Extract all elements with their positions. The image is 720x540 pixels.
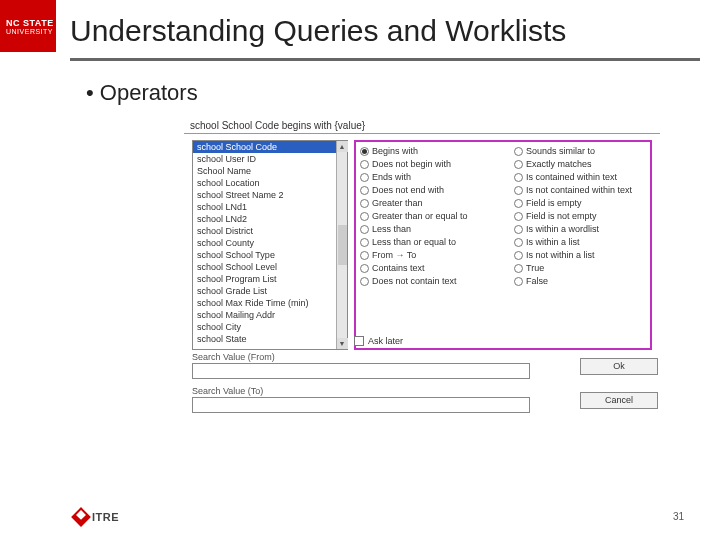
list-item[interactable]: school Mailing Addr [193,309,336,321]
list-item[interactable]: school Grade List [193,285,336,297]
radio-icon[interactable] [360,277,369,286]
search-to-label: Search Value (To) [192,386,530,396]
ok-button[interactable]: Ok [580,358,658,375]
radio-icon[interactable] [360,212,369,221]
radio-icon[interactable] [360,251,369,260]
search-from-label: Search Value (From) [192,352,530,362]
logo-line1: NC STATE [6,18,54,28]
operator-label: Does not begin with [372,159,451,169]
title-rule [70,58,700,61]
radio-icon[interactable] [514,186,523,195]
list-item[interactable]: school District [193,225,336,237]
radio-icon[interactable] [514,225,523,234]
list-item[interactable]: school Max Ride Time (min) [193,297,336,309]
field-listbox[interactable]: school School Codeschool User IDSchool N… [192,140,348,350]
radio-icon[interactable] [360,147,369,156]
list-item[interactable]: school State [193,333,336,345]
list-item[interactable]: school School Level [193,261,336,273]
radio-icon[interactable] [360,238,369,247]
operator-radio[interactable]: Greater than [360,198,510,208]
list-item[interactable]: school School Code [193,141,336,153]
operator-radio[interactable]: Contains text [360,263,510,273]
search-from-input[interactable] [192,363,530,379]
operator-label: Sounds similar to [526,146,595,156]
list-item[interactable]: school Program List [193,273,336,285]
radio-icon[interactable] [360,199,369,208]
scroll-thumb[interactable] [338,225,347,265]
scroll-up-icon[interactable]: ▲ [337,141,348,152]
list-item[interactable]: school Location [193,177,336,189]
scroll-down-icon[interactable]: ▼ [337,338,348,349]
operator-radio[interactable]: Is not within a list [514,250,646,260]
radio-icon[interactable] [514,212,523,221]
query-dialog: school School Code begins with {value} s… [184,118,660,350]
operator-radio[interactable]: Exactly matches [514,159,646,169]
radio-icon[interactable] [514,264,523,273]
cancel-button[interactable]: Cancel [580,392,658,409]
operator-label: Field is empty [526,198,582,208]
list-item[interactable]: school User ID [193,153,336,165]
operator-label: False [526,276,548,286]
diamond-icon [71,507,91,527]
radio-icon[interactable] [360,173,369,182]
ask-later-label: Ask later [368,336,403,346]
logo-line2: UNIVERSITY [6,28,53,35]
radio-icon[interactable] [514,277,523,286]
radio-icon[interactable] [360,186,369,195]
page-number: 31 [673,511,684,522]
operator-label: Is within a wordlist [526,224,599,234]
operator-radio[interactable]: Does not contain text [360,276,510,286]
operator-label: Greater than or equal to [372,211,468,221]
radio-icon[interactable] [514,199,523,208]
operator-radio[interactable]: Ends with [360,172,510,182]
radio-icon[interactable] [514,251,523,260]
list-item[interactable]: school LNd1 [193,201,336,213]
radio-icon[interactable] [514,238,523,247]
operator-label: True [526,263,544,273]
list-item[interactable]: school City [193,321,336,333]
list-item[interactable]: school School Type [193,249,336,261]
operator-radio[interactable]: Field is empty [514,198,646,208]
operator-radio[interactable]: Field is not empty [514,211,646,221]
operator-label: From → To [372,250,416,260]
ncstate-logo: NC STATE UNIVERSITY [0,0,56,52]
operator-radio[interactable]: Less than [360,224,510,234]
radio-icon[interactable] [360,160,369,169]
operator-label: Less than or equal to [372,237,456,247]
list-item[interactable]: school County [193,237,336,249]
operator-radio[interactable]: Is not contained within text [514,185,646,195]
operator-radio[interactable]: Does not end with [360,185,510,195]
operator-radio[interactable]: Less than or equal to [360,237,510,247]
operator-label: Is within a list [526,237,580,247]
operator-radio[interactable]: Sounds similar to [514,146,646,156]
list-item[interactable]: school LNd2 [193,213,336,225]
slide-title: Understanding Queries and Worklists [70,14,566,48]
radio-icon[interactable] [360,225,369,234]
operator-label: Exactly matches [526,159,592,169]
operator-radio[interactable]: Begins with [360,146,510,156]
radio-icon[interactable] [514,147,523,156]
operator-label: Begins with [372,146,418,156]
operator-radio[interactable]: Is contained within text [514,172,646,182]
operators-panel: Begins withSounds similar toDoes not beg… [354,140,652,350]
operator-radio[interactable]: True [514,263,646,273]
operator-radio[interactable]: From → To [360,250,510,260]
operator-label: Field is not empty [526,211,597,221]
radio-icon[interactable] [514,173,523,182]
operator-label: Ends with [372,172,411,182]
operator-radio[interactable]: Is within a list [514,237,646,247]
radio-icon[interactable] [360,264,369,273]
search-to-input[interactable] [192,397,530,413]
operator-radio[interactable]: Greater than or equal to [360,211,510,221]
checkbox-icon[interactable] [354,336,364,346]
operator-radio[interactable]: Is within a wordlist [514,224,646,234]
ask-later-checkbox[interactable]: Ask later [354,336,403,346]
operator-label: Greater than [372,198,423,208]
list-item[interactable]: School Name [193,165,336,177]
radio-icon[interactable] [514,160,523,169]
listbox-scrollbar[interactable]: ▲ ▼ [336,141,347,349]
bullet-operators: • Operators [86,80,198,106]
operator-radio[interactable]: False [514,276,646,286]
operator-radio[interactable]: Does not begin with [360,159,510,169]
list-item[interactable]: school Street Name 2 [193,189,336,201]
